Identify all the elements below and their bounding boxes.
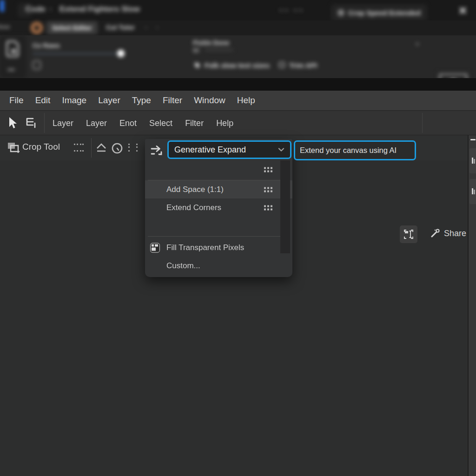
- menu-item-custom[interactable]: Custom...: [145, 257, 292, 275]
- chip1-label[interactable]: Folk slow text sizes: [205, 61, 270, 69]
- left-column-caption: [7, 69, 15, 71]
- panel-tab-2-icon-2: [474, 190, 475, 194]
- breadcrumb-app[interactable]: Code: [26, 5, 46, 14]
- chevron-down-icon: [277, 145, 285, 154]
- app-logo-icon: [0, 0, 4, 12]
- ai-tooltip: Extend your canvas using AI: [294, 140, 416, 160]
- menu-filter[interactable]: Filter: [163, 95, 182, 106]
- blurred-progress-strip: MOTES: [0, 78, 476, 91]
- overlay-grid-icon[interactable]: [73, 143, 84, 154]
- slider-handle[interactable]: [117, 50, 125, 57]
- drag-grid-icon[interactable]: [264, 167, 272, 172]
- crop-tool-icon[interactable]: [7, 141, 20, 154]
- paragraph-text-icon[interactable]: [25, 117, 38, 129]
- panel-left-column: [0, 35, 26, 78]
- straighten-icon[interactable]: [95, 142, 107, 154]
- options-divider: [91, 138, 92, 158]
- menu-type[interactable]: Type: [132, 95, 151, 106]
- share-button[interactable]: Share: [430, 228, 466, 238]
- menu-item-fill-transparent[interactable]: Fill Transparent Pixels: [145, 238, 292, 257]
- cursor-arrow-icon[interactable]: [7, 117, 19, 130]
- drag-grid-icon[interactable]: [264, 187, 272, 192]
- expand-arrow-icon[interactable]: [150, 144, 163, 157]
- menu-divider-2: [148, 236, 280, 237]
- chip2-label[interactable]: Trim API: [289, 61, 317, 69]
- blurred-header-region: Code › Extend Fighters Slow ¬¬ ¬¬ Crop S…: [0, 0, 476, 91]
- breadcrumb-separator: ›: [49, 5, 52, 13]
- edge-label: Now: [0, 23, 10, 30]
- slider-track[interactable]: [33, 53, 122, 54]
- dropdown-scrollbar[interactable]: [280, 160, 290, 253]
- status-pill[interactable]: Crop Speed Extended: [331, 4, 427, 21]
- menu-item-custom-label: Custom...: [166, 261, 200, 271]
- chip2-icon: [279, 62, 285, 68]
- card-value-bar: [205, 49, 233, 51]
- toolbar-divider-2: [422, 113, 423, 133]
- shield-icon[interactable]: [33, 60, 41, 70]
- status-pill-label: Crop Speed Extended: [348, 9, 421, 17]
- menu-item-add-space-label: Add Space (1:1): [166, 185, 224, 194]
- blurred-settings-panel: Co Raws Fickle Done 90 + Folk slow text …: [0, 35, 476, 78]
- corner-marks-icon[interactable]: [127, 143, 139, 154]
- right-panel-strip: [468, 135, 476, 476]
- ai-tooltip-text: Extend your canvas using AI: [300, 146, 397, 155]
- slider-label: Co Raws: [33, 42, 60, 49]
- menu-item-add-space[interactable]: Add Space (1:1): [145, 180, 292, 198]
- panel-tab-1-icon: [472, 158, 473, 164]
- toolbar-menu-layer2[interactable]: Layer: [86, 119, 107, 128]
- record-ring-icon: [31, 22, 43, 34]
- generative-expand-select[interactable]: Generative Expand: [167, 140, 291, 159]
- card-title: Fickle Done: [193, 39, 230, 46]
- menu-window[interactable]: Window: [194, 95, 225, 106]
- toolbar-menu-layer1[interactable]: Layer: [53, 119, 73, 128]
- tag-icon: [194, 62, 201, 69]
- panel-tab-1-icon-2: [474, 159, 475, 164]
- photoshop-window: Code › Extend Fighters Slow ¬¬ ¬¬ Crop S…: [0, 0, 476, 476]
- secondary-toolbar: Layer Layer Enot Select Filter Help Shar…: [0, 111, 476, 135]
- menu-help[interactable]: Help: [237, 95, 255, 106]
- menu-edit[interactable]: Edit: [35, 95, 51, 106]
- panel-tab-1[interactable]: [469, 148, 476, 173]
- tool-label: Crop Tool: [22, 142, 60, 152]
- panel-tab-2[interactable]: [469, 179, 476, 204]
- toolbar-menu: Layer Layer Enot Select Filter Help: [53, 111, 233, 135]
- share-label: Share: [444, 229, 466, 238]
- plus-icon[interactable]: +: [415, 40, 419, 48]
- fill-transparent-icon: [150, 243, 160, 252]
- menu-item-fill-transparent-label: Fill Transparent Pixels: [166, 243, 244, 252]
- fit-canvas-icon: [403, 229, 414, 240]
- editor-tab-button[interactable]: Select Editor: [46, 21, 98, 34]
- drag-grid-icon[interactable]: [264, 205, 272, 210]
- panel-tab-2-icon: [472, 188, 473, 194]
- timer-circle-icon[interactable]: [111, 142, 124, 155]
- menu-bar: File Edit Image Layer Type Filter Window…: [0, 91, 476, 111]
- menu-layer[interactable]: Layer: [98, 95, 120, 106]
- menu-item-extend-corners-label: Extend Corners: [166, 203, 221, 212]
- menu-item-blank[interactable]: [145, 160, 292, 179]
- editor-tab-label: Select Editor: [52, 24, 92, 32]
- document-icon: [6, 40, 20, 58]
- nav-arrows[interactable]: ‹ ›: [145, 24, 162, 31]
- breadcrumb-title: Extend Fighters Slow: [60, 5, 140, 14]
- toolbar-menu-enot[interactable]: Enot: [119, 119, 137, 128]
- fit-canvas-button[interactable]: [400, 225, 417, 243]
- collapse-dash-icon[interactable]: [470, 139, 476, 140]
- close-icon[interactable]: ✕: [458, 5, 467, 17]
- titlebar-meta: ¬¬ ¬¬: [279, 7, 304, 13]
- aspect-ratio-dropdown-panel: Add Space (1:1) Extend Corners Fill Tran…: [145, 139, 292, 277]
- card-value: 90: [193, 47, 199, 54]
- blurred-titlebar: Code › Extend Fighters Slow ¬¬ ¬¬ Crop S…: [0, 0, 476, 20]
- toolbar-divider: [44, 113, 45, 133]
- blurred-tabs-row: Now Select Editor Cut Tutor ‹ ›: [0, 20, 476, 35]
- status-pill-icon: [337, 9, 344, 16]
- menu-image[interactable]: Image: [62, 95, 86, 106]
- menu-item-extend-corners[interactable]: Extend Corners: [145, 198, 292, 217]
- secondary-tab-label[interactable]: Cut Tutor: [106, 24, 135, 31]
- toolbar-menu-help[interactable]: Help: [216, 119, 233, 128]
- toolbar-menu-select[interactable]: Select: [149, 119, 172, 128]
- toolbar-menu-filter[interactable]: Filter: [185, 119, 204, 128]
- share-icon: [430, 228, 440, 238]
- generative-expand-value: Generative Expand: [174, 145, 246, 155]
- menu-file[interactable]: File: [9, 95, 24, 106]
